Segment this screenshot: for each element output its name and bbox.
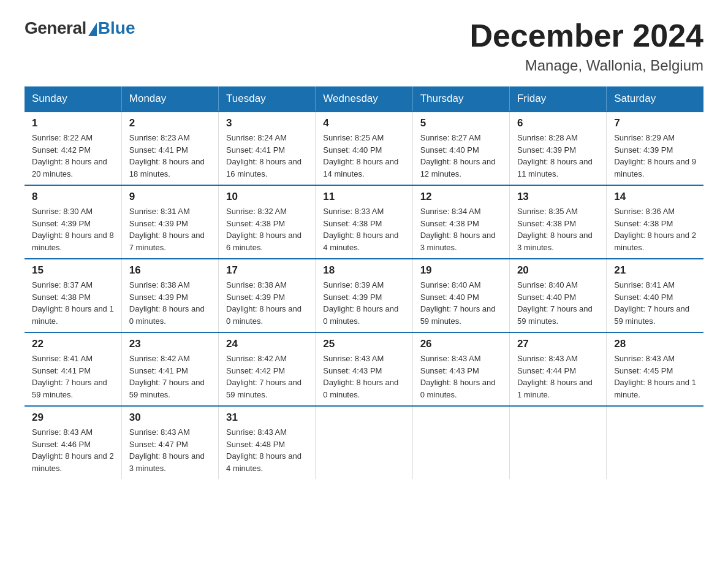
- day-number: 23: [129, 338, 211, 350]
- day-number: 29: [32, 412, 114, 424]
- day-number: 22: [32, 338, 114, 350]
- day-info: Sunrise: 8:43 AMSunset: 4:45 PMDaylight:…: [614, 353, 696, 400]
- table-row: 9Sunrise: 8:31 AMSunset: 4:39 PMDaylight…: [121, 185, 218, 259]
- day-number: 19: [420, 264, 502, 277]
- table-row: 20Sunrise: 8:40 AMSunset: 4:40 PMDayligh…: [509, 259, 606, 332]
- table-row: [316, 406, 412, 479]
- table-row: 30Sunrise: 8:43 AMSunset: 4:47 PMDayligh…: [121, 406, 218, 479]
- col-monday: Monday: [121, 86, 218, 112]
- calendar-week-row: 29Sunrise: 8:43 AMSunset: 4:46 PMDayligh…: [25, 406, 703, 479]
- day-number: 18: [323, 264, 404, 277]
- day-number: 1: [32, 117, 114, 129]
- table-row: 10Sunrise: 8:32 AMSunset: 4:38 PMDayligh…: [219, 185, 316, 259]
- table-row: 23Sunrise: 8:42 AMSunset: 4:41 PMDayligh…: [121, 332, 218, 406]
- day-number: 14: [614, 191, 696, 203]
- day-number: 12: [420, 191, 502, 203]
- day-info: Sunrise: 8:42 AMSunset: 4:41 PMDaylight:…: [129, 353, 211, 400]
- logo-blue-text: Blue: [98, 18, 135, 38]
- day-info: Sunrise: 8:33 AMSunset: 4:38 PMDaylight:…: [323, 205, 404, 253]
- day-number: 21: [614, 264, 696, 277]
- table-row: 2Sunrise: 8:23 AMSunset: 4:41 PMDaylight…: [121, 112, 218, 185]
- day-info: Sunrise: 8:23 AMSunset: 4:41 PMDaylight:…: [129, 132, 211, 180]
- day-number: 5: [420, 117, 502, 129]
- table-row: 6Sunrise: 8:28 AMSunset: 4:39 PMDaylight…: [509, 112, 606, 185]
- day-number: 3: [226, 117, 308, 129]
- day-number: 28: [614, 338, 696, 350]
- day-info: Sunrise: 8:43 AMSunset: 4:43 PMDaylight:…: [420, 353, 502, 400]
- day-number: 11: [323, 191, 404, 203]
- calendar-table: Sunday Monday Tuesday Wednesday Thursday…: [25, 86, 703, 479]
- table-row: 22Sunrise: 8:41 AMSunset: 4:41 PMDayligh…: [25, 332, 121, 406]
- day-number: 16: [129, 264, 211, 277]
- day-info: Sunrise: 8:25 AMSunset: 4:40 PMDaylight:…: [323, 132, 404, 180]
- location-title: Manage, Wallonia, Belgium: [469, 57, 703, 74]
- day-info: Sunrise: 8:30 AMSunset: 4:39 PMDaylight:…: [32, 205, 114, 253]
- table-row: [412, 406, 509, 479]
- day-info: Sunrise: 8:37 AMSunset: 4:38 PMDaylight:…: [32, 279, 114, 327]
- table-row: 13Sunrise: 8:35 AMSunset: 4:38 PMDayligh…: [509, 185, 606, 259]
- table-row: 8Sunrise: 8:30 AMSunset: 4:39 PMDaylight…: [25, 185, 121, 259]
- table-row: 15Sunrise: 8:37 AMSunset: 4:38 PMDayligh…: [25, 259, 121, 332]
- table-row: 21Sunrise: 8:41 AMSunset: 4:40 PMDayligh…: [607, 259, 703, 332]
- day-number: 25: [323, 338, 404, 350]
- table-row: 17Sunrise: 8:38 AMSunset: 4:39 PMDayligh…: [219, 259, 316, 332]
- table-row: 16Sunrise: 8:38 AMSunset: 4:39 PMDayligh…: [121, 259, 218, 332]
- col-wednesday: Wednesday: [316, 86, 412, 112]
- day-info: Sunrise: 8:41 AMSunset: 4:40 PMDaylight:…: [614, 279, 696, 327]
- day-number: 6: [517, 117, 599, 129]
- month-title: December 2024: [469, 18, 703, 53]
- col-tuesday: Tuesday: [219, 86, 316, 112]
- day-number: 4: [323, 117, 404, 129]
- day-number: 10: [226, 191, 308, 203]
- title-section: December 2024 Manage, Wallonia, Belgium: [469, 18, 703, 74]
- day-info: Sunrise: 8:38 AMSunset: 4:39 PMDaylight:…: [129, 279, 211, 327]
- calendar-week-row: 15Sunrise: 8:37 AMSunset: 4:38 PMDayligh…: [25, 259, 703, 332]
- day-number: 26: [420, 338, 502, 350]
- day-info: Sunrise: 8:36 AMSunset: 4:38 PMDaylight:…: [614, 205, 696, 253]
- day-number: 17: [226, 264, 308, 277]
- table-row: 7Sunrise: 8:29 AMSunset: 4:39 PMDaylight…: [607, 112, 703, 185]
- day-info: Sunrise: 8:42 AMSunset: 4:42 PMDaylight:…: [226, 353, 308, 400]
- day-info: Sunrise: 8:32 AMSunset: 4:38 PMDaylight:…: [226, 205, 308, 253]
- logo-triangle-icon: [88, 23, 97, 36]
- day-info: Sunrise: 8:29 AMSunset: 4:39 PMDaylight:…: [614, 132, 696, 180]
- page-header: General Blue December 2024 Manage, Wallo…: [25, 18, 703, 74]
- day-info: Sunrise: 8:28 AMSunset: 4:39 PMDaylight:…: [517, 132, 599, 180]
- col-thursday: Thursday: [412, 86, 509, 112]
- day-info: Sunrise: 8:43 AMSunset: 4:47 PMDaylight:…: [129, 426, 211, 474]
- day-info: Sunrise: 8:39 AMSunset: 4:39 PMDaylight:…: [323, 279, 404, 327]
- day-number: 20: [517, 264, 599, 277]
- day-info: Sunrise: 8:24 AMSunset: 4:41 PMDaylight:…: [226, 132, 308, 180]
- table-row: 18Sunrise: 8:39 AMSunset: 4:39 PMDayligh…: [316, 259, 412, 332]
- table-row: 24Sunrise: 8:42 AMSunset: 4:42 PMDayligh…: [219, 332, 316, 406]
- table-row: 19Sunrise: 8:40 AMSunset: 4:40 PMDayligh…: [412, 259, 509, 332]
- table-row: 31Sunrise: 8:43 AMSunset: 4:48 PMDayligh…: [219, 406, 316, 479]
- calendar-week-row: 1Sunrise: 8:22 AMSunset: 4:42 PMDaylight…: [25, 112, 703, 185]
- day-info: Sunrise: 8:40 AMSunset: 4:40 PMDaylight:…: [517, 279, 599, 327]
- logo: General Blue: [25, 18, 135, 38]
- col-friday: Friday: [509, 86, 606, 112]
- day-number: 30: [129, 412, 211, 424]
- table-row: [607, 406, 703, 479]
- day-info: Sunrise: 8:43 AMSunset: 4:44 PMDaylight:…: [517, 353, 599, 400]
- calendar-header-row: Sunday Monday Tuesday Wednesday Thursday…: [25, 86, 703, 112]
- day-number: 27: [517, 338, 599, 350]
- day-number: 31: [226, 412, 308, 424]
- table-row: [509, 406, 606, 479]
- table-row: 3Sunrise: 8:24 AMSunset: 4:41 PMDaylight…: [219, 112, 316, 185]
- day-info: Sunrise: 8:22 AMSunset: 4:42 PMDaylight:…: [32, 132, 114, 180]
- table-row: 28Sunrise: 8:43 AMSunset: 4:45 PMDayligh…: [607, 332, 703, 406]
- table-row: 26Sunrise: 8:43 AMSunset: 4:43 PMDayligh…: [412, 332, 509, 406]
- day-info: Sunrise: 8:41 AMSunset: 4:41 PMDaylight:…: [32, 353, 114, 400]
- day-number: 7: [614, 117, 696, 129]
- day-number: 15: [32, 264, 114, 277]
- calendar-week-row: 22Sunrise: 8:41 AMSunset: 4:41 PMDayligh…: [25, 332, 703, 406]
- table-row: 5Sunrise: 8:27 AMSunset: 4:40 PMDaylight…: [412, 112, 509, 185]
- day-info: Sunrise: 8:34 AMSunset: 4:38 PMDaylight:…: [420, 205, 502, 253]
- day-info: Sunrise: 8:38 AMSunset: 4:39 PMDaylight:…: [226, 279, 308, 327]
- table-row: 14Sunrise: 8:36 AMSunset: 4:38 PMDayligh…: [607, 185, 703, 259]
- logo-general-text: General: [25, 18, 86, 38]
- day-info: Sunrise: 8:43 AMSunset: 4:48 PMDaylight:…: [226, 426, 308, 474]
- table-row: 29Sunrise: 8:43 AMSunset: 4:46 PMDayligh…: [25, 406, 121, 479]
- table-row: 11Sunrise: 8:33 AMSunset: 4:38 PMDayligh…: [316, 185, 412, 259]
